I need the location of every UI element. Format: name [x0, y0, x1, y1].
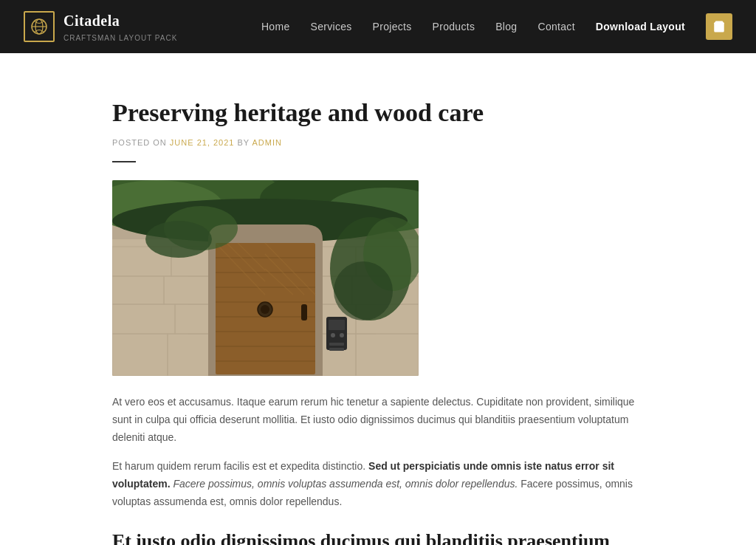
posted-on-label: POSTED ON — [112, 138, 167, 147]
svg-point-53 — [340, 333, 344, 337]
svg-point-58 — [334, 261, 393, 321]
post-meta: POSTED ON JUNE 21, 2021 BY ADMIN — [112, 137, 644, 150]
body-paragraph-2: Et harum quidem rerum facilis est et exp… — [112, 458, 644, 510]
logo-title: Citadela — [63, 9, 177, 32]
svg-point-60 — [145, 221, 212, 258]
para2-italic: Facere possimus, omnis voluptas assumend… — [173, 478, 518, 490]
featured-image — [112, 180, 419, 376]
main-nav: Home Services Projects Products Blog Con… — [261, 13, 732, 40]
svg-rect-54 — [329, 343, 344, 346]
by-label: BY — [238, 138, 250, 147]
logo[interactable]: Citadela Craftsman Layout Pack — [24, 9, 177, 44]
nav-services[interactable]: Services — [311, 18, 352, 35]
section-heading: Et iusto odio dignissimos ducimus qui bl… — [112, 529, 644, 545]
body-paragraph-1: At vero eos et accusamus. Itaque earum r… — [112, 394, 644, 446]
para2-normal: Et harum quidem rerum facilis est et exp… — [112, 460, 365, 472]
nav-projects[interactable]: Projects — [373, 18, 412, 35]
svg-point-52 — [331, 333, 335, 337]
nav-blog[interactable]: Blog — [495, 18, 517, 35]
svg-point-48 — [261, 305, 269, 314]
logo-subtitle: Craftsman Layout Pack — [63, 32, 177, 44]
nav-download-layout[interactable]: Download Layout — [596, 18, 685, 35]
blog-post: Preserving heritage and wood care POSTED… — [112, 97, 644, 545]
post-divider — [112, 161, 136, 162]
nav-products[interactable]: Products — [433, 18, 475, 35]
post-title: Preserving heritage and wood care — [112, 97, 644, 129]
svg-rect-49 — [301, 304, 307, 321]
nav-home[interactable]: Home — [261, 18, 290, 35]
post-author: ADMIN — [252, 138, 281, 147]
post-date: JUNE 21, 2021 — [170, 138, 235, 147]
logo-icon — [24, 11, 55, 42]
svg-rect-51 — [329, 320, 345, 330]
cart-button[interactable] — [706, 13, 732, 40]
svg-rect-55 — [329, 348, 344, 351]
nav-contact[interactable]: Contact — [537, 18, 574, 35]
